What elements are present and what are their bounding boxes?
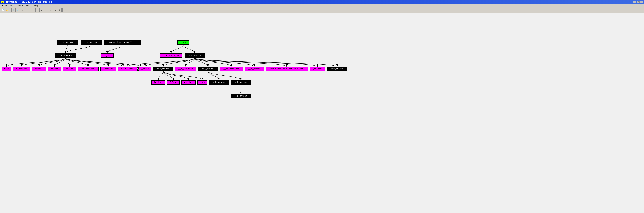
node-puts[interactable]: puts — [197, 80, 207, 85]
tb-sep1 — [10, 8, 11, 12]
menu-move[interactable]: Move — [24, 4, 32, 7]
node-sub_4013D0[interactable]: sub_4013D0 — [327, 67, 348, 71]
tb-sep3 — [62, 8, 63, 12]
tb-help[interactable]: ? — [64, 8, 68, 12]
toolbar: 📄 📂 🔍 🔍 ⊡ ⊞ + ⬚ ⊕ ⊖ ⊙ ▤ 🖶 ? — [0, 8, 644, 13]
tb-zoom-out[interactable]: 🔍 — [16, 8, 20, 12]
canvas-area[interactable]: sub_401A20sub_401500TopLevelExceptionFil… — [0, 13, 644, 213]
edge-sub_401110-sub_4013A0 — [163, 58, 195, 67]
node-_setmode[interactable]: _setmode — [310, 67, 326, 71]
edge-sub_4013A0-puts — [163, 71, 202, 80]
edge-sub_4015B0-AddAtomA — [66, 58, 108, 67]
edge-sub_401A20-sub_4015B0 — [66, 45, 67, 53]
menu-bar: File View Zoom Move Help — [0, 4, 644, 8]
title-bar: W WinGraph32 -- Call_flow_of_crackme2.ex… — [0, 0, 644, 4]
node-signal[interactable]: signal — [100, 53, 114, 58]
node-__getmainargs[interactable]: __getmainargs — [220, 67, 243, 71]
edge-sub_4015B0-memset — [39, 58, 66, 67]
node-TopLevelExceptionFilter[interactable]: TopLevelExceptionFilter — [104, 40, 141, 45]
edge-sub_401500-sub_4015B0 — [66, 45, 91, 53]
node-putchar[interactable]: putchar — [181, 80, 196, 85]
edge-sub_4015B0-malloc — [66, 58, 70, 67]
edge-sub_4015B0-GetAtomNameA — [66, 58, 88, 67]
tb-center[interactable]: ⊕ — [40, 8, 44, 12]
node-sub_401110[interactable]: sub_401110 — [184, 53, 205, 58]
maximize-button[interactable]: □ — [636, 1, 640, 3]
edge-sub_4015B0-free — [6, 58, 66, 67]
edge-sub_4013A0-putchar — [163, 71, 188, 80]
window-title: WinGraph32 -- Call_flow_of_crackme2.exe — [5, 1, 52, 3]
node-__p__environ[interactable]: __p__environ — [175, 67, 196, 71]
node-assert[interactable]: assert — [48, 67, 62, 71]
node-fprintf[interactable]: fprintf — [151, 80, 165, 85]
node-__p__fmode[interactable]: __p__fmode — [244, 67, 264, 71]
node-_set_app_type[interactable]: _set_app_type — [160, 53, 182, 58]
node-ExitProcess[interactable]: ExitProcess — [119, 67, 137, 71]
tb-expand[interactable]: ⊙ — [49, 8, 53, 12]
tb-layout[interactable]: ▤ — [53, 8, 57, 12]
menu-zoom[interactable]: Zoom — [16, 4, 24, 7]
tb-zoom-in[interactable]: 🔍 — [12, 8, 16, 12]
menu-view[interactable]: View — [8, 4, 16, 7]
edge-sub_4013A0-fclose — [163, 71, 173, 80]
close-button[interactable]: ✕ — [640, 1, 643, 3]
edge-sub_401110-SetUnhandledExceptionFilter — [195, 58, 287, 67]
edge-sub_4015B0-abort — [66, 58, 123, 67]
node-sub_4018B0[interactable]: sub_4018B0 — [209, 80, 229, 85]
edge-sub_4015B0-sub_4014F0 — [66, 58, 140, 67]
edge-sub_401110-_setmode — [195, 58, 318, 67]
edge-sub_401280-sub_4018B0 — [208, 71, 219, 80]
node-sub_4015B0[interactable]: sub_4015B0 — [55, 53, 76, 58]
edge-sub_401110-sub_4013D0 — [195, 58, 337, 67]
tb-shrink[interactable]: ⊖ — [44, 8, 48, 12]
menu-file[interactable]: File — [1, 4, 8, 7]
edge-sub_4015B0-FindAtomA — [22, 58, 66, 67]
edge-TopLevelExceptionFilter-signal — [107, 45, 122, 53]
tb-print[interactable]: 🖶 — [58, 8, 62, 12]
node-sub_401A20[interactable]: sub_401A20 — [57, 40, 78, 45]
node-GetAtomNameA[interactable]: GetAtomNameA — [78, 67, 99, 71]
tb-zoom-plus[interactable]: + — [29, 8, 33, 12]
node-AddAtomA[interactable]: AddAtomA — [100, 67, 116, 71]
node-sub_401280[interactable]: sub_401280 — [198, 67, 218, 71]
node-fclose[interactable]: fclose — [167, 80, 180, 85]
node-start[interactable]: start — [177, 40, 189, 45]
node-sub_401250[interactable]: sub_401250 — [231, 94, 251, 98]
edge-sub_401110-sub_401280 — [195, 58, 208, 67]
node-sub_4013A0[interactable]: sub_4013A0 — [153, 67, 173, 71]
node-free[interactable]: free — [2, 67, 11, 71]
node-_cexit[interactable]: _cexit — [139, 67, 151, 71]
tb-fit[interactable]: ⬚ — [36, 8, 40, 12]
node-FindAtomA[interactable]: FindAtomA — [13, 67, 30, 71]
window-controls[interactable]: — □ ✕ — [633, 1, 643, 3]
node-sub_401500[interactable]: sub_401500 — [81, 40, 102, 45]
edge-sub_4013A0-fprintf — [158, 71, 163, 80]
title-bar-left: W WinGraph32 -- Call_flow_of_crackme2.ex… — [1, 1, 52, 3]
edge-sub_401110-ExitProcess — [128, 58, 195, 67]
edge-sub_401110-__p__fmode — [195, 58, 254, 67]
edge-sub_401110-_cexit — [145, 58, 195, 67]
edge-start-sub_401110 — [183, 45, 195, 53]
tb-zoom-sel[interactable]: ⊞ — [25, 8, 29, 12]
tb-new[interactable]: 📄 — [1, 8, 5, 12]
node-memset[interactable]: memset — [32, 67, 46, 71]
tb-sep2 — [34, 8, 35, 12]
edge-sub_401110-__getmainargs — [195, 58, 232, 67]
edge-sub_401110-__p__environ — [186, 58, 195, 67]
tb-zoom-fit[interactable]: ⊡ — [20, 8, 24, 12]
app-icon: W — [1, 1, 4, 3]
node-sub_401580[interactable]: sub_401580 — [231, 80, 251, 85]
node-SetUnhandledExceptionFilter[interactable]: SetUnhandledExceptionFilter — [266, 67, 308, 71]
node-malloc[interactable]: malloc — [63, 67, 76, 71]
edge-sub_401280-sub_401580 — [208, 71, 241, 80]
edge-sub_4015B0-assert — [55, 58, 66, 67]
minimize-button[interactable]: — — [633, 1, 636, 3]
tb-open[interactable]: 📂 — [5, 8, 9, 12]
menu-help[interactable]: Help — [32, 4, 40, 7]
edge-start-_set_app_type — [171, 45, 183, 53]
